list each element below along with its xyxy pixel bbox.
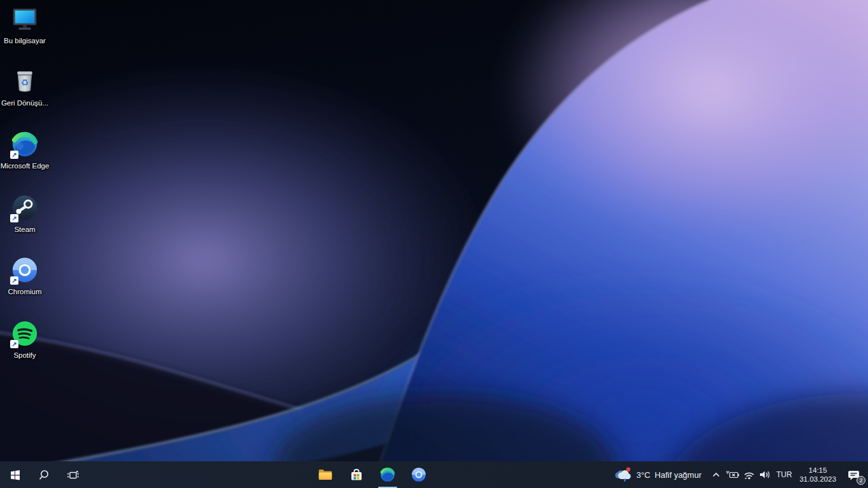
- language-indicator[interactable]: TUR: [773, 470, 796, 479]
- volume-icon: [759, 470, 771, 480]
- wallpaper: [0, 0, 868, 488]
- weather-widget[interactable]: 3°C Hafif yağmur: [606, 461, 709, 488]
- weather-temperature: 3°C: [636, 470, 650, 480]
- taskbar: 3°C Hafif yağmur: [0, 461, 868, 488]
- desktop-icon-microsoft-edge[interactable]: ↗ Microsoft Edge: [0, 129, 50, 170]
- desktop-icon-steam[interactable]: ↗ Steam: [0, 193, 50, 234]
- microsoft-store-icon: [349, 467, 364, 482]
- shortcut-arrow-icon: ↗: [10, 214, 18, 222]
- desktop-icon-label: Microsoft Edge: [1, 161, 50, 170]
- task-view-button[interactable]: [58, 461, 88, 488]
- desktop-icon-recycle-bin[interactable]: ♻ Geri Dönüşü...: [0, 66, 50, 107]
- desktop-icon-label: Spotify: [13, 351, 36, 360]
- this-pc-icon: [10, 4, 39, 34]
- edge-icon: [379, 466, 396, 483]
- chromium-icon: [410, 466, 427, 483]
- taskbar-microsoft-edge-button[interactable]: [372, 461, 403, 488]
- desktop-icon-label: Chromium: [8, 287, 41, 296]
- shortcut-arrow-icon: ↗: [10, 340, 18, 348]
- taskbar-file-explorer-button[interactable]: [309, 461, 341, 488]
- desktop-icon-label: Steam: [14, 225, 35, 234]
- wifi-icon: [743, 470, 756, 480]
- search-button[interactable]: [29, 461, 58, 488]
- notification-count-badge: 2: [857, 476, 865, 485]
- volume-button[interactable]: [757, 461, 773, 488]
- show-hidden-icons-button[interactable]: [709, 461, 724, 488]
- search-icon: [39, 470, 50, 480]
- clock-date: 31.03.2023: [797, 475, 839, 484]
- desktop-icon-chromium[interactable]: ↗ Chromium: [0, 255, 50, 296]
- clock-time: 14:15: [797, 466, 839, 475]
- battery-not-detected-icon: [726, 470, 740, 480]
- network-status-button[interactable]: [741, 461, 757, 488]
- desktop-icon-spotify[interactable]: ↗ Spotify: [0, 318, 50, 360]
- windows-logo-icon: [10, 470, 20, 480]
- file-explorer-icon: [317, 466, 334, 483]
- taskbar-chromium-button[interactable]: [403, 461, 434, 488]
- taskbar-microsoft-store-button[interactable]: [341, 461, 372, 488]
- taskbar-clock[interactable]: 14:15 31.03.2023: [796, 466, 840, 484]
- desktop-icon-label: Geri Dönüşü...: [1, 98, 48, 107]
- battery-status-button[interactable]: [724, 461, 741, 488]
- shortcut-arrow-icon: ↗: [10, 151, 18, 159]
- chevron-up-icon: [712, 471, 721, 478]
- pinned-apps: [309, 461, 434, 488]
- action-center-button[interactable]: 2: [840, 461, 868, 488]
- desktop[interactable]: Bu bilgisayar ♻ Geri Dönüşü...: [0, 0, 868, 488]
- desktop-icon-this-pc[interactable]: Bu bilgisayar: [0, 4, 50, 45]
- shortcut-arrow-icon: ↗: [10, 276, 18, 285]
- weather-rain-icon: [613, 466, 632, 483]
- recycle-bin-icon: ♻: [10, 67, 39, 96]
- desktop-icon-label: Bu bilgisayar: [4, 36, 46, 45]
- start-button[interactable]: [0, 461, 29, 488]
- svg-text:♻: ♻: [21, 78, 29, 88]
- weather-condition: Hafif yağmur: [654, 470, 702, 480]
- taskbar-right-area: 3°C Hafif yağmur: [606, 461, 868, 488]
- task-view-icon: [67, 470, 79, 480]
